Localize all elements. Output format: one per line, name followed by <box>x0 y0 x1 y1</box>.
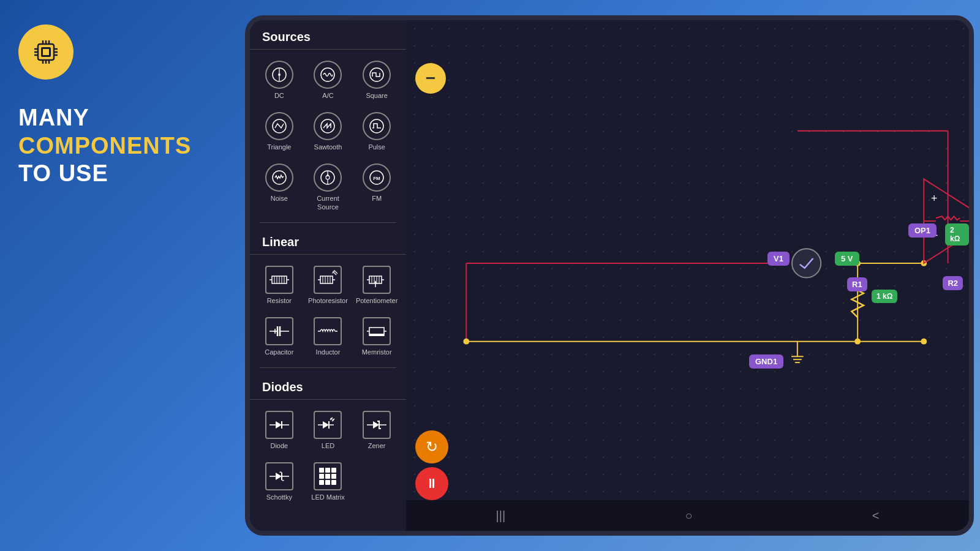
pause-button[interactable]: ⏸ <box>415 467 448 500</box>
schottky-item[interactable]: Schottky <box>255 456 304 508</box>
back-icon: < <box>872 509 880 522</box>
svg-line-38 <box>335 271 337 274</box>
ac-source[interactable]: A/C <box>304 54 353 106</box>
menu-icon: ||| <box>496 509 506 522</box>
noise-icon <box>265 163 293 192</box>
r1-badge: R1 <box>847 277 867 291</box>
tagline-line2: COMPONENTS <box>18 132 191 160</box>
minus-button[interactable]: − <box>415 63 446 94</box>
svg-marker-71 <box>373 421 379 429</box>
gnd1-badge: GND1 <box>749 354 783 369</box>
led-icon <box>314 411 342 439</box>
diode-icon <box>265 411 293 439</box>
led-label: LED <box>322 442 334 450</box>
svg-point-105 <box>792 249 821 277</box>
svg-line-37 <box>334 272 336 275</box>
app-icon <box>18 24 74 80</box>
fm-source[interactable]: FM FM <box>352 157 401 217</box>
tagline-line1: MANY <box>18 104 191 132</box>
tagline-line3: TO USE <box>18 160 191 188</box>
noise-source[interactable]: Noise <box>255 157 304 217</box>
sawtooth-source[interactable]: Sawtooth <box>304 106 353 157</box>
bottom-nav: ||| ○ < <box>406 500 969 531</box>
photoresistor-item[interactable]: Photoresistor <box>304 260 353 311</box>
triangle-label: Triangle <box>267 143 291 151</box>
dc-source[interactable]: DC <box>255 54 304 106</box>
memristor-item[interactable]: Memristor <box>352 311 401 362</box>
capacitor-item[interactable]: Capacitor <box>255 311 304 362</box>
home-nav-button[interactable]: ○ <box>685 509 692 523</box>
svg-rect-85 <box>331 480 336 485</box>
led-item[interactable]: LED <box>304 405 353 456</box>
dc-label: DC <box>274 92 284 100</box>
ac-label: A/C <box>322 92 333 100</box>
schottky-label: Schottky <box>266 493 292 501</box>
fm-icon: FM <box>363 163 391 192</box>
inductor-label: Inductor <box>316 348 341 356</box>
inductor-item[interactable]: Inductor <box>304 311 353 362</box>
r1k-badge: 1 kΩ <box>872 290 897 303</box>
svg-rect-82 <box>331 474 336 479</box>
component-panel: Sources DC <box>250 20 406 531</box>
v1-badge: V1 <box>767 252 790 266</box>
svg-point-96 <box>463 339 469 345</box>
led-matrix-item[interactable]: LED Matrix <box>304 456 353 508</box>
photoresistor-label: Photoresistor <box>308 297 348 305</box>
diode-item[interactable]: Diode <box>255 405 304 456</box>
ac-icon <box>314 61 342 89</box>
square-label: Square <box>366 92 387 100</box>
pulse-icon <box>363 112 391 140</box>
current-source-icon <box>314 163 342 192</box>
pulse-source[interactable]: Pulse <box>352 106 401 157</box>
potentiometer-icon <box>363 266 391 294</box>
svg-rect-80 <box>319 474 324 479</box>
svg-marker-63 <box>323 421 329 429</box>
diodes-divider <box>260 367 396 368</box>
refresh-icon: ↻ <box>426 438 438 455</box>
svg-marker-40 <box>333 270 335 272</box>
svg-marker-45 <box>374 280 377 283</box>
zener-item[interactable]: Zener <box>352 405 401 456</box>
back-nav-button[interactable]: < <box>872 509 880 523</box>
resistor-label: Resistor <box>267 297 292 305</box>
capacitor-label: Capacitor <box>265 348 293 356</box>
potentiometer-item[interactable]: Potentiometer <box>352 260 401 311</box>
current-source[interactable]: Current Source <box>304 157 353 217</box>
current-source-label: Current Source <box>306 195 350 211</box>
linear-header: Linear <box>250 225 406 255</box>
potentiometer-label: Potentiometer <box>356 297 398 305</box>
svg-rect-83 <box>319 480 324 485</box>
svg-rect-78 <box>325 468 330 473</box>
memristor-icon <box>363 317 391 345</box>
sources-grid: DC A/C Square <box>250 52 406 220</box>
inductor-icon <box>314 317 342 345</box>
svg-marker-28 <box>326 174 330 176</box>
triangle-icon <box>265 112 293 140</box>
diode-label: Diode <box>270 442 288 450</box>
sawtooth-label: Sawtooth <box>314 143 342 151</box>
svg-marker-59 <box>276 421 282 429</box>
resistor-item[interactable]: Resistor <box>255 260 304 311</box>
triangle-source[interactable]: Triangle <box>255 106 304 157</box>
pulse-label: Pulse <box>368 143 385 151</box>
svg-point-95 <box>854 339 861 345</box>
svg-text:+: + <box>931 192 937 204</box>
fm-label: FM <box>372 195 382 203</box>
diodes-header: Diodes <box>250 370 406 400</box>
circuit-svg: + − <box>406 20 969 500</box>
sawtooth-icon <box>314 112 342 140</box>
led-matrix-label: LED Matrix <box>311 493 344 501</box>
home-icon: ○ <box>685 509 692 522</box>
svg-rect-14 <box>43 49 49 55</box>
minus-label: − <box>426 69 435 88</box>
tablet-frame: Sources DC <box>245 15 974 536</box>
photoresistor-icon <box>314 266 342 294</box>
refresh-button[interactable]: ↻ <box>415 430 448 463</box>
resistor-icon <box>265 266 293 294</box>
svg-point-22 <box>370 119 383 133</box>
menu-nav-button[interactable]: ||| <box>496 509 506 523</box>
square-source[interactable]: Square <box>352 54 401 106</box>
linear-divider <box>260 222 396 223</box>
capacitor-icon <box>265 317 293 345</box>
r2-badge: R2 <box>943 276 963 290</box>
